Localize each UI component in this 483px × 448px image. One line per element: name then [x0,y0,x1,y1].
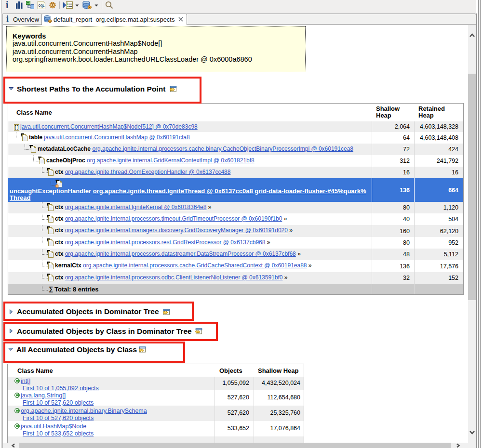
svg-text:[]: [] [14,125,19,130]
svg-text:OQL: OQL [39,4,45,8]
